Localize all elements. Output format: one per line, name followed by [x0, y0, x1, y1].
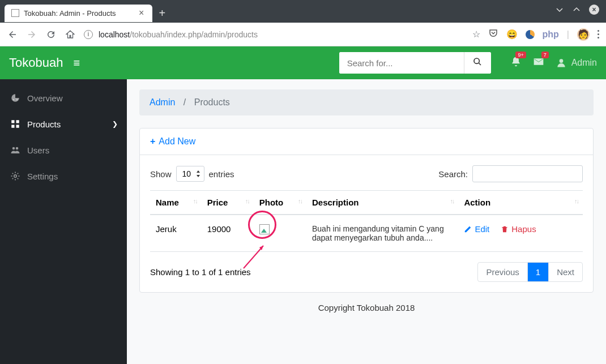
new-tab-button[interactable]: + — [159, 7, 166, 20]
col-action[interactable]: Action↑↓ — [458, 191, 583, 215]
bookmark-star-icon[interactable]: ☆ — [472, 29, 480, 40]
products-card: + Add New Show 10 entries Search: — [139, 128, 594, 293]
footer-text: Copyright Tokobuah 2018 — [139, 293, 594, 323]
breadcrumb-separator: / — [183, 97, 186, 107]
browser-titlebar: Tokobuah: Admin - Products × + × — [0, 0, 606, 23]
breadcrumb-current: Products — [194, 97, 230, 107]
browser-menu-icon[interactable] — [598, 30, 599, 38]
brand-title: Tokobuah — [9, 55, 63, 70]
table-search: Search: — [438, 165, 583, 182]
cell-action: Edit Hapus — [458, 215, 583, 252]
sidebar-item-overview[interactable]: Overview — [0, 85, 127, 111]
profile-avatar-icon[interactable]: 🧑 — [577, 28, 590, 41]
window-maximize-icon[interactable] — [572, 5, 581, 14]
chevron-right-icon: ❯ — [112, 120, 118, 128]
page-icon — [11, 9, 19, 17]
col-price[interactable]: Price↑↓ — [202, 191, 254, 215]
sidebar-item-label: Overview — [27, 93, 63, 103]
cell-photo — [254, 215, 306, 252]
col-name[interactable]: Name↑↓ — [150, 191, 202, 215]
url-text: localhost/tokobuah/index.php/admin/produ… — [99, 30, 258, 39]
pie-extension-icon[interactable] — [526, 30, 535, 39]
svg-rect-6 — [11, 125, 14, 128]
table-row: Jeruk 19000 Buah ini mengandung vitamin … — [150, 215, 583, 252]
browser-tab[interactable]: Tokobuah: Admin - Products × — [5, 5, 152, 22]
svg-rect-4 — [11, 120, 14, 123]
php-extension-icon[interactable]: php — [543, 29, 559, 40]
search-button[interactable] — [464, 52, 491, 74]
sidebar-item-label: Products — [27, 119, 61, 129]
table-search-input[interactable] — [472, 165, 583, 182]
nav-reload-icon[interactable] — [45, 29, 57, 40]
cell-name: Jeruk — [150, 215, 202, 252]
cell-description: Buah ini mengandung vitamin C yang dapat… — [306, 215, 458, 252]
entries-select[interactable]: 10 — [176, 166, 204, 182]
mail-icon[interactable]: 7 — [533, 56, 544, 70]
show-label: Show — [150, 169, 172, 179]
tab-close-icon[interactable]: × — [138, 9, 146, 17]
delete-button[interactable]: Hapus — [501, 224, 536, 234]
svg-point-1 — [559, 59, 563, 63]
svg-point-8 — [12, 147, 15, 150]
page-1[interactable]: 1 — [528, 263, 549, 281]
bell-badge: 9+ — [515, 52, 526, 58]
pocket-icon[interactable] — [488, 28, 498, 41]
nav-home-icon[interactable] — [65, 29, 76, 40]
col-photo[interactable]: Photo↑↓ — [254, 191, 306, 215]
sidebar-item-settings[interactable]: Settings — [0, 163, 127, 189]
window-minimize-icon[interactable] — [555, 5, 564, 14]
sidebar-item-label: Users — [27, 145, 49, 155]
emoji-extension-icon[interactable]: 😄 — [506, 29, 518, 40]
svg-point-0 — [474, 58, 479, 63]
edit-button[interactable]: Edit — [464, 224, 489, 234]
add-new-button[interactable]: + Add New — [140, 129, 593, 155]
site-info-icon[interactable]: i — [84, 30, 93, 39]
col-description[interactable]: Description↑↓ — [306, 191, 458, 215]
user-label: Admin — [571, 58, 597, 68]
broken-image-icon — [259, 224, 270, 234]
url-bar[interactable]: i localhost/tokobuah/index.php/admin/pro… — [84, 30, 464, 39]
search-label: Search: — [438, 169, 468, 179]
svg-point-10 — [14, 175, 17, 178]
sidebar-item-label: Settings — [27, 172, 58, 181]
user-menu[interactable]: Admin — [556, 57, 597, 68]
pagination: Previous 1 Next — [477, 262, 583, 282]
sidebar: Overview Products ❯ Users Settings — [0, 79, 127, 364]
table-info: Showing 1 to 1 of 1 entries — [150, 267, 251, 277]
app-header: Tokobuah ≡ 9+ 7 Admin — [0, 46, 606, 79]
hamburger-icon[interactable]: ≡ — [73, 57, 80, 70]
svg-point-3 — [16, 99, 18, 100]
breadcrumb: Admin / Products — [139, 89, 594, 115]
svg-rect-5 — [16, 120, 19, 123]
svg-rect-7 — [16, 125, 19, 128]
sidebar-item-products[interactable]: Products ❯ — [0, 111, 127, 137]
svg-marker-12 — [259, 246, 263, 250]
header-search — [339, 52, 491, 74]
svg-point-2 — [13, 99, 14, 100]
mail-badge: 7 — [541, 52, 549, 58]
bell-icon[interactable]: 9+ — [510, 56, 522, 70]
entries-label: entries — [209, 169, 234, 179]
products-table: Name↑↓ Price↑↓ Photo↑↓ Description↑↓ Act… — [150, 190, 583, 252]
main-content: Admin / Products + Add New Show 10 — [127, 79, 606, 364]
page-next[interactable]: Next — [549, 263, 582, 281]
breadcrumb-root[interactable]: Admin — [150, 97, 175, 107]
tab-title: Tokobuah: Admin - Products — [24, 9, 116, 18]
add-new-label: Add New — [159, 136, 195, 147]
search-input[interactable] — [339, 52, 464, 74]
cell-price: 19000 — [202, 215, 254, 252]
svg-point-9 — [16, 147, 19, 150]
nav-back-icon[interactable] — [7, 29, 18, 40]
sidebar-item-users[interactable]: Users — [0, 137, 127, 163]
plus-icon: + — [150, 136, 155, 147]
page-prev[interactable]: Previous — [478, 263, 527, 281]
entries-control: Show 10 entries — [150, 166, 234, 182]
nav-forward-icon[interactable] — [26, 29, 37, 40]
browser-addressbar: i localhost/tokobuah/index.php/admin/pro… — [0, 23, 606, 46]
window-close-icon[interactable]: × — [589, 5, 599, 15]
